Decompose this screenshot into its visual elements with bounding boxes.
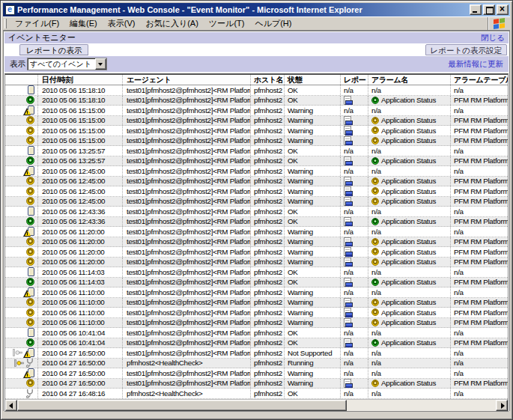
cell-status: OK xyxy=(285,267,341,277)
report-icon[interactable] xyxy=(344,116,351,125)
menu-view[interactable]: 表示(V) xyxy=(103,16,141,31)
report-icon[interactable] xyxy=(344,338,351,347)
event-table-header: 日付/時刻 エージェント ホスト名 状態 レポート アラーム名 アラームテーブル… xyxy=(5,75,508,85)
report-icon[interactable] xyxy=(344,126,351,135)
report-display-settings-button[interactable]: レポートの表示設定 xyxy=(425,44,507,55)
horizontal-scrollbar[interactable] xyxy=(5,399,508,411)
cell-alarm-table: n/a xyxy=(451,146,508,156)
cell-status: Warning xyxy=(285,126,341,136)
cell-alarm: n/a xyxy=(368,348,451,358)
event-icon-cell xyxy=(5,338,38,348)
cell-status: Warning xyxy=(285,379,341,389)
cell-agent: test01[pfmhost2@pfmhost2]<RM Platform> xyxy=(123,146,251,156)
table-row: 2010 05 06 11:10:00 test01[pfmhost2@pfmh… xyxy=(5,318,508,329)
report-icon[interactable] xyxy=(344,318,351,327)
cell-alarm-table: PFM RM Platform T xyxy=(451,156,508,166)
table-row: 2010 05 06 11:14:03 test01[pfmhost2@pfmh… xyxy=(5,267,508,278)
cell-alarm: n/a xyxy=(368,166,451,176)
cell-alarm: n/a xyxy=(368,328,451,338)
cell-agent: test01[pfmhost2@pfmhost2]<RM Platform> xyxy=(123,207,251,216)
cell-report: n/a xyxy=(341,106,368,115)
event-icon-cell xyxy=(5,207,38,216)
agent-event-icon xyxy=(28,146,34,155)
cell-date: 2010 04 27 16:48:16 xyxy=(38,389,123,398)
tab-report-display[interactable]: レポートの表示 xyxy=(19,44,88,55)
event-icon-cell xyxy=(5,177,38,186)
agent-warning-event-icon xyxy=(28,348,34,357)
report-icon[interactable] xyxy=(344,298,351,307)
table-row: 2010 05 06 11:20:00 test01[pfmhost2@pfmh… xyxy=(5,258,508,268)
report-icon[interactable] xyxy=(344,379,351,388)
cell-agent: test01[pfmhost2@pfmhost2]<RM Platform> xyxy=(123,287,251,297)
report-icon[interactable] xyxy=(344,136,351,145)
cell-status: OK xyxy=(285,328,341,338)
menu-tools[interactable]: ツール(T) xyxy=(204,16,250,31)
alarm-name-label: Application Status xyxy=(381,116,436,124)
status-warning-lamp-icon xyxy=(26,248,34,256)
cell-alarm-table: PFM RM Platform T xyxy=(451,186,508,196)
alarm-warning-lamp-icon xyxy=(371,238,379,246)
cell-host: pfmhost2 xyxy=(251,126,285,136)
report-icon[interactable] xyxy=(344,278,351,287)
cell-alarm-table: n/a xyxy=(451,389,508,398)
minimize-button[interactable] xyxy=(470,4,482,15)
agent-warning-event-icon xyxy=(28,287,34,296)
scrollbar-thumb[interactable] xyxy=(17,400,347,411)
table-row: 2010 04 27 16:50:00 test01[pfmhost2@pfmh… xyxy=(5,379,508,389)
cell-alarm-table: PFM RM Platform T xyxy=(451,177,508,186)
scroll-left-arrow-icon[interactable] xyxy=(5,400,17,411)
status-warning-lamp-icon xyxy=(26,116,34,124)
cell-report xyxy=(341,186,368,196)
close-window-button[interactable] xyxy=(497,4,509,15)
report-icon[interactable] xyxy=(344,197,351,206)
report-icon[interactable] xyxy=(344,247,351,256)
menu-help[interactable]: ヘルプ(H) xyxy=(249,16,297,31)
menu-favorites[interactable]: お気に入り(A) xyxy=(140,16,203,31)
header-date: 日付/時刻 xyxy=(38,75,123,85)
header-status: 状態 xyxy=(285,75,341,85)
report-icon[interactable] xyxy=(344,186,351,195)
cell-alarm-table: n/a xyxy=(451,368,508,378)
menu-edit[interactable]: 編集(E) xyxy=(64,16,103,31)
cell-alarm-table: n/a xyxy=(451,85,508,95)
cell-alarm: Application Status xyxy=(368,96,451,106)
alarm-name-label: Application Status xyxy=(381,217,436,225)
event-icon-cell xyxy=(5,96,38,106)
cell-alarm: Application Status xyxy=(368,308,451,317)
report-icon[interactable] xyxy=(344,258,351,267)
cell-date: 2010 05 06 15:15:00 xyxy=(38,136,123,146)
refresh-link[interactable]: 最新情報に更新 xyxy=(448,59,503,70)
cell-agent: test01[pfmhost2@pfmhost2]<RM Platform> xyxy=(123,197,251,207)
cell-host: pfmhost2 xyxy=(251,278,285,287)
report-icon[interactable] xyxy=(344,308,351,317)
cell-alarm: n/a xyxy=(368,267,451,277)
event-icon-cell xyxy=(5,116,38,126)
cell-date: 2010 04 27 16:50:00 xyxy=(38,348,123,358)
cell-alarm: n/a xyxy=(368,227,451,237)
scroll-right-arrow-icon[interactable] xyxy=(496,400,508,411)
report-icon[interactable] xyxy=(344,177,351,186)
menu-file[interactable]: ファイル(F) xyxy=(10,16,64,31)
alarm-warning-lamp-icon xyxy=(371,137,379,144)
cell-date: 2010 05 06 10:41:04 xyxy=(38,328,123,338)
cell-alarm: Application Status xyxy=(368,379,451,389)
report-icon[interactable] xyxy=(344,237,351,246)
status-ok-lamp-icon xyxy=(26,217,34,225)
cell-status: OK xyxy=(285,156,341,166)
cell-alarm: n/a xyxy=(368,389,451,398)
report-icon[interactable] xyxy=(344,96,351,105)
maximize-button[interactable] xyxy=(483,4,495,15)
table-row: 2010 05 06 13:25:57 test01[pfmhost2@pfmh… xyxy=(5,146,508,156)
event-monitor-bar: イベントモニター 閉じる xyxy=(4,32,509,43)
cell-date: 2010 05 06 12:45:00 xyxy=(38,166,123,176)
cell-agent: test01[pfmhost2@pfmhost2]<RM Platform> xyxy=(123,96,251,106)
healthcheck-icon xyxy=(25,389,34,398)
cell-date: 2010 04 27 16:50:00 xyxy=(38,368,123,378)
close-link[interactable]: 閉じる xyxy=(481,33,505,43)
report-icon[interactable] xyxy=(344,217,351,226)
report-icon[interactable] xyxy=(344,156,351,165)
event-filter-select[interactable]: すべてのイベント xyxy=(27,58,107,70)
chevron-down-icon[interactable] xyxy=(95,58,106,70)
alarm-warning-lamp-icon xyxy=(371,177,379,185)
cell-alarm: Application Status xyxy=(368,318,451,328)
